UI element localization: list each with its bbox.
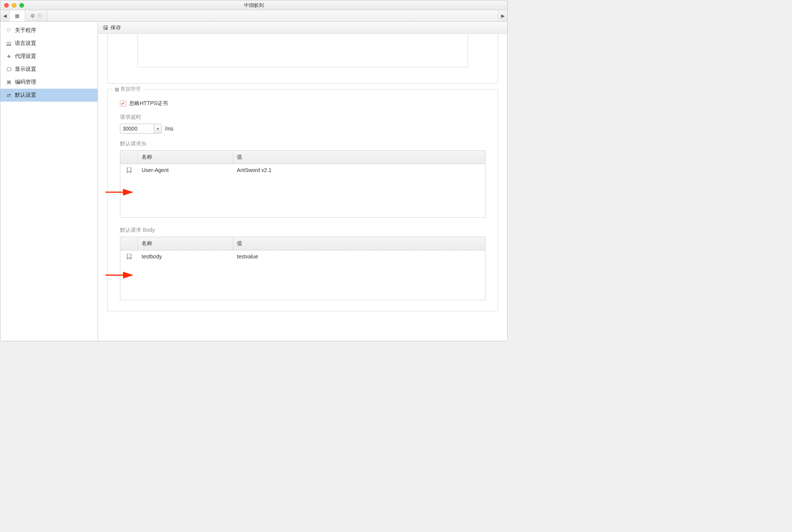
- body-label: 默认请求 Body: [120, 227, 487, 234]
- sidebar-item-display[interactable]: 🖵 显示设置: [0, 63, 97, 76]
- ignore-https-label: 忽略HTTPS证书: [129, 100, 168, 107]
- send-icon: ✈: [6, 54, 12, 59]
- body-grid-body[interactable]: testbody testvalue: [120, 250, 485, 300]
- sidebar-item-proxy[interactable]: ✈ 代理设置: [0, 50, 97, 63]
- tab-settings[interactable]: ⚙ ⓧ: [25, 10, 48, 21]
- titlebar: 中国蚁剑: [0, 0, 507, 10]
- tab-close-icon[interactable]: ⓧ: [37, 13, 42, 19]
- tab-nav-left[interactable]: ◀: [0, 10, 10, 21]
- col-name: 名称: [138, 237, 233, 250]
- language-icon: 🕮: [6, 41, 12, 46]
- bookmark-icon: [120, 251, 138, 262]
- toolbar: 🖫 保存: [98, 22, 507, 34]
- col-name: 名称: [138, 151, 233, 164]
- maximize-window-button[interactable]: [19, 3, 24, 8]
- close-window-button[interactable]: [4, 3, 9, 8]
- monitor-icon: 🖵: [6, 67, 12, 72]
- chevron-down-icon[interactable]: ▾: [154, 124, 161, 133]
- sidebar-item-label: 编码管理: [15, 79, 36, 86]
- body-name: testbody: [138, 250, 233, 263]
- window-controls: [4, 3, 24, 8]
- sidebar-item-label: 默认设置: [15, 92, 36, 99]
- sidebar-item-encoding[interactable]: ⌘ 编码管理: [0, 76, 97, 89]
- panel-title: ▦ 数据管理: [112, 86, 143, 92]
- sidebar-item-defaults[interactable]: ⇄ 默认设置: [0, 89, 97, 102]
- tab-nav-right[interactable]: ▶: [498, 10, 507, 21]
- table-row[interactable]: testbody testvalue: [120, 250, 485, 263]
- content: ▦ 数据管理 ✔ 忽略HTTPS证书 请求超时 30000 ▾ /ms: [98, 34, 507, 341]
- tab-home[interactable]: ▦: [10, 10, 25, 21]
- timeout-unit: /ms: [165, 126, 174, 132]
- col-icon: [120, 237, 138, 250]
- headers-grid-head: 名称 值: [120, 151, 485, 164]
- grid-small-icon: ▦: [115, 86, 119, 92]
- col-icon: [120, 151, 138, 164]
- save-icon: 🖫: [103, 25, 108, 31]
- sliders-icon: ⇄: [6, 92, 12, 98]
- save-button[interactable]: 保存: [110, 24, 121, 31]
- header-value: AntSword v2.1: [233, 164, 485, 176]
- timeout-input[interactable]: 30000 ▾: [120, 124, 162, 134]
- body: ♡ 关于程序 🕮 语言设置 ✈ 代理设置 🖵 显示设置 ⌘ 编码管理 ⇄ 默认设: [0, 22, 507, 341]
- table-row[interactable]: User-Agent AntSword v2.1: [120, 164, 485, 176]
- tabbar: ◀ ▦ ⚙ ⓧ ▶: [0, 10, 507, 22]
- col-value: 值: [233, 237, 485, 250]
- tabbar-fill: [48, 10, 498, 21]
- headers-label: 默认请求头: [120, 140, 487, 147]
- sidebar: ♡ 关于程序 🕮 语言设置 ✈ 代理设置 🖵 显示设置 ⌘ 编码管理 ⇄ 默认设: [0, 22, 98, 341]
- gear-icon: ⚙: [30, 13, 35, 19]
- data-panel: ▦ 数据管理 ✔ 忽略HTTPS证书 请求超时 30000 ▾ /ms: [107, 89, 498, 311]
- sidebar-item-label: 语言设置: [15, 40, 36, 47]
- sidebar-item-label: 关于程序: [15, 27, 36, 34]
- sidebar-item-label: 显示设置: [15, 66, 36, 73]
- sidebar-item-label: 代理设置: [15, 53, 36, 60]
- sidebar-item-language[interactable]: 🕮 语言设置: [0, 37, 97, 50]
- body-grid-head: 名称 值: [120, 237, 485, 250]
- app-window: 中国蚁剑 ◀ ▦ ⚙ ⓧ ▶ ♡ 关于程序 🕮 语言设置 ✈ 代理设置: [0, 0, 508, 341]
- col-value: 值: [233, 151, 485, 164]
- code-icon: ⌘: [6, 80, 12, 85]
- main: 🖫 保存 ▦ 数据管理 ✔ 忽略HTTPS证书 请求超时: [98, 22, 507, 341]
- timeout-label: 请求超时: [120, 114, 487, 121]
- headers-grid: 名称 值 User-Agent AntSword v2.1: [120, 150, 485, 218]
- textarea-cutoff[interactable]: [137, 34, 468, 67]
- grid-icon: ▦: [15, 13, 19, 19]
- body-grid: 名称 值 testbody testvalue: [120, 237, 485, 300]
- body-value: testvalue: [233, 250, 485, 263]
- ignore-https-row: ✔ 忽略HTTPS证书: [120, 100, 487, 107]
- prev-panel-cutoff: [107, 34, 498, 84]
- sidebar-item-about[interactable]: ♡ 关于程序: [0, 24, 97, 37]
- bookmark-icon: [120, 164, 138, 176]
- window-title: 中国蚁剑: [0, 2, 507, 9]
- heart-icon: ♡: [6, 28, 12, 33]
- headers-grid-body[interactable]: User-Agent AntSword v2.1: [120, 164, 485, 217]
- header-name: User-Agent: [138, 164, 233, 176]
- ignore-https-checkbox[interactable]: ✔: [120, 100, 126, 107]
- timeout-field: 30000 ▾ /ms: [120, 124, 487, 134]
- minimize-window-button[interactable]: [12, 3, 16, 8]
